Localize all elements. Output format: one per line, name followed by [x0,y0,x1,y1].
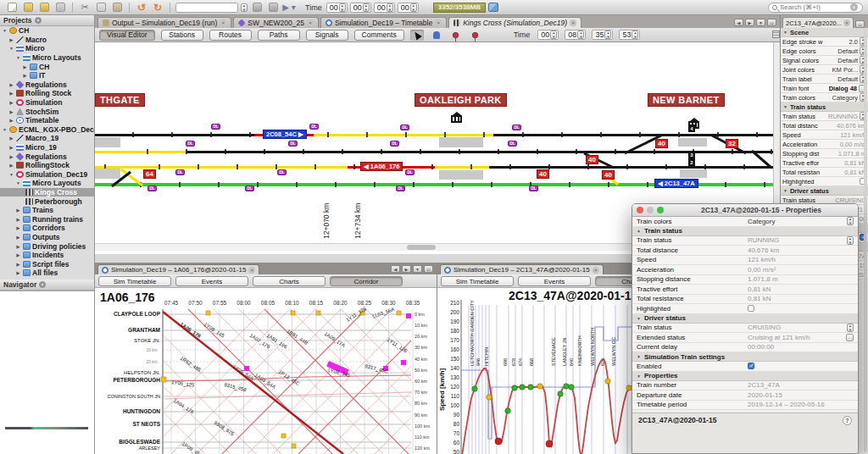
property-row[interactable]: Tractive effort0,81 kN [632,285,858,295]
help-icon[interactable]: ? [843,416,852,425]
tab-2c13-window[interactable]: Simulation_Dec19 – 2C13_47A@2020-01-15× [440,264,604,274]
property-row[interactable]: Stopping distance1.071,8 m [632,275,858,285]
property-row[interactable]: Train colorsCategory [781,93,868,102]
sidebar-item-driving-policies[interactable]: Driving policies [0,241,94,251]
collapse-arrow-icon[interactable] [15,262,21,267]
stepper[interactable] [847,217,854,225]
property-row[interactable]: Extended statusCruising at 121 km/h… [632,333,858,343]
sim-time-frames-spinner[interactable]: 53 [619,30,640,40]
tab-kings-cross[interactable]: Kings Cross (Simulation_Dec19)× [448,17,581,28]
sidebar-item-micro[interactable]: Micro [0,44,94,53]
dl-badge[interactable]: DL [405,169,415,175]
charts-button[interactable]: Charts [253,276,326,286]
collapse-arrow-icon[interactable] [8,100,14,105]
tab-minimize-icon[interactable]: ▭ [767,19,776,26]
speed-limit-badge[interactable]: 40 [586,155,598,164]
sidebar-item-corridors[interactable]: Corridors [0,224,94,233]
tab-scroll-right-icon[interactable]: ▶ [745,19,754,26]
close-icon[interactable]: × [435,19,442,26]
collapse-arrow-icon[interactable] [15,270,21,275]
sidebar-item-kings-cross[interactable]: Kings Cross [0,188,94,197]
dl-badge[interactable]: DL [396,185,405,191]
spinner-stepper[interactable] [632,30,638,39]
spinner-stepper[interactable] [577,30,584,39]
property-value[interactable]: Default [837,57,858,64]
split-editor-icon[interactable] [772,30,780,38]
close-icon[interactable]: × [843,19,850,26]
train-graph-area[interactable]: 1A06_176 07:4507:5007:5508:0008:0508:100… [95,288,437,454]
property-row[interactable]: Edge colorsDefault [781,47,868,56]
build-icon[interactable] [250,2,264,14]
driver-status-section-header[interactable]: Driver status [781,186,868,196]
expand-arrow-icon[interactable] [2,127,8,132]
tab-scroll-left-icon[interactable]: ◀ [734,19,743,26]
combo-stepper[interactable] [241,3,248,12]
sidebar-item-micro-layouts-dec19[interactable]: Micro Layouts [0,179,94,188]
sidebar-item-regulations[interactable]: Regulations [0,80,94,90]
train-label-1a06[interactable]: ◀ 1A06_176 [360,162,403,171]
train-status-section-header[interactable]: Train status [781,102,868,112]
property-row[interactable]: Timetable period2019-12-14 – 2020-05-16 [632,401,858,411]
events-button[interactable]: Events [175,276,248,286]
highlighted-checkbox[interactable] [748,305,754,312]
undo-icon[interactable]: ↺ [135,2,148,14]
panel-menu-icon[interactable]: ▭ [855,20,865,28]
close-icon[interactable]: × [570,19,576,26]
sidebar-item-rolling-stock[interactable]: Rolling Stock [0,89,94,98]
property-value[interactable]: Default [837,47,858,55]
dl-badge[interactable]: DL [277,169,287,175]
dl-badge[interactable]: DL [508,141,517,147]
signal-badge[interactable]: 4 [688,125,695,132]
run-icon[interactable]: ▶ ▾ [282,2,296,14]
property-row[interactable]: Train statusCRUISING [632,324,858,334]
property-row[interactable]: Acceleration0,00 m/s² [781,140,868,149]
sidebar-item-ch-folder[interactable]: CH [0,62,94,71]
property-row[interactable]: Current delay00:00:00 [632,343,858,353]
spinner-stepper[interactable] [604,30,611,39]
property-value[interactable]: Default [837,75,858,83]
time-frames-spinner[interactable]: 00 [398,3,419,13]
expand-arrow-icon[interactable] [2,28,8,33]
sidebar-item-ch[interactable]: CH [0,26,94,36]
gear-icon[interactable] [35,17,42,24]
pin-tool[interactable] [449,30,463,41]
open-file-icon[interactable] [21,2,35,14]
dl-badge[interactable]: DL [288,141,298,147]
sim-timetable-button[interactable]: Sim Timetable [441,276,514,286]
property-row[interactable]: Total distanc40,676 km [781,121,868,130]
property-value[interactable]: Category [832,94,858,102]
spinner-stepper[interactable] [339,3,346,12]
station-label[interactable]: NEW BARNET [648,93,725,107]
sidebar-item-simulation-dec19[interactable]: Simulation_Dec19 [0,170,94,180]
dl-badge[interactable]: DL [390,141,399,147]
property-row[interactable]: Total resistan0,81 kN [781,168,868,177]
sidebar-item-rollingstock19[interactable]: RollingStock [0,161,94,170]
property-row[interactable]: Speed121 km/h [632,256,858,266]
speed-limit-badge[interactable]: 32 [726,139,738,148]
train-properties-window[interactable]: 2C13_47A@2020-01-15 - Properties Train c… [632,203,859,454]
collapse-arrow-icon[interactable] [22,64,28,69]
ellipsis-button[interactable]: … [846,334,854,341]
stations-button[interactable]: Stations [161,30,203,41]
tab-timetable[interactable]: Simulation_Dec19 – Timetable× [320,17,447,28]
train-label-2c08[interactable]: 2C08_54C ▶ [263,130,307,139]
property-row[interactable]: Speed121 km/h [781,130,868,140]
sidebar-item-it-fol­der[interactable]: IT [0,71,94,80]
memory-indicator[interactable]: 3352/3538MB [433,3,486,13]
tab-scroll-right-icon[interactable]: ▶ [402,265,411,273]
sidebar-item-regulations19[interactable]: Regulations [0,152,94,161]
train-status-section-header[interactable]: Train status [632,227,858,236]
tab-sw-new200[interactable]: SW_NEW200_25× [233,17,319,28]
property-row[interactable]: Train colorsCategory [632,217,858,227]
collapse-arrow-icon[interactable] [8,37,14,42]
speed-limit-badge[interactable]: 40 [537,169,549,179]
garbage-collect-icon[interactable] [488,3,498,12]
property-row[interactable]: Highlighted [781,177,868,186]
sidebar-item-simulation[interactable]: Simulation [0,98,94,108]
property-value[interactable]: Dialog 48 [829,85,857,92]
spinner-stepper[interactable] [550,30,557,39]
dl-badge[interactable]: DL [147,185,157,191]
sim-settings-section-header[interactable]: Simulation Train settings [632,352,858,362]
speed-limit-badge[interactable]: 40 [655,139,668,148]
panel-scrollbar[interactable] [864,29,867,452]
